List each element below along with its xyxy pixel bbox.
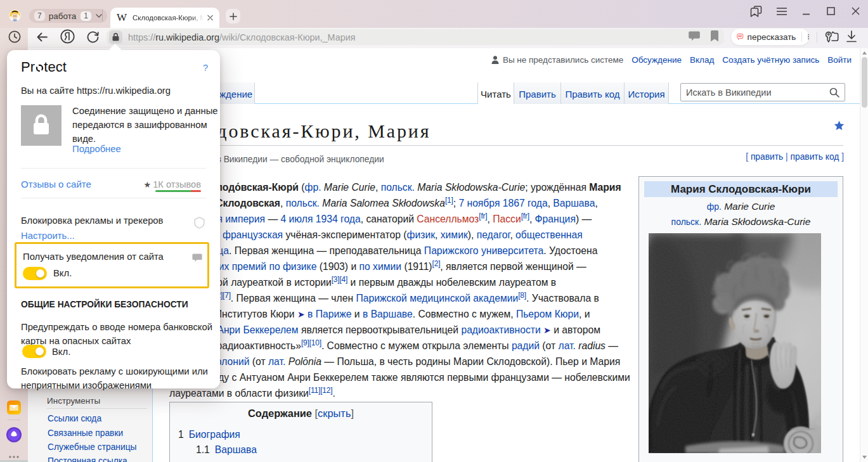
minimize-icon[interactable] [802, 7, 810, 15]
footnote-ref[interactable]: [fr] [521, 212, 529, 221]
footnote-ref[interactable]: [3][4] [332, 275, 347, 284]
page-comments-icon[interactable] [689, 31, 700, 41]
article-link[interactable]: Санселльмоз [417, 214, 479, 224]
sidebar-link-permanent[interactable]: Постоянная ссылка [48, 456, 127, 462]
security-lock-chip[interactable] [109, 30, 122, 44]
watch-star-icon[interactable] [834, 120, 845, 131]
article-link[interactable]: 7 ноября 1867 года [458, 198, 547, 209]
article-link[interactable]: физик [407, 229, 436, 240]
portrait-photo[interactable] [649, 233, 821, 456]
close-icon[interactable] [852, 7, 860, 15]
article-link[interactable]: радиоактивности [461, 324, 540, 335]
scroll-down-icon[interactable] [862, 456, 867, 459]
bookmark-flag-icon[interactable] [710, 30, 719, 42]
shield-icon [194, 217, 205, 229]
profile-avatar[interactable] [9, 10, 21, 22]
edit-link[interactable]: править [751, 152, 783, 162]
footnote-ref[interactable]: [1] [445, 196, 453, 205]
protect-help-link[interactable]: ? [203, 63, 208, 73]
personal-link-create-account[interactable]: Создать учётную запись [722, 55, 819, 65]
article-link[interactable]: польск. [381, 182, 415, 193]
toc-item-1-1[interactable]: 1.1Варшава [196, 444, 257, 456]
article-link[interactable]: педагог [477, 229, 510, 240]
article-link[interactable]: радий [512, 340, 540, 351]
back-icon[interactable] [36, 30, 49, 44]
scroll-up-icon[interactable] [862, 51, 867, 55]
side-panel-icon[interactable] [750, 6, 762, 17]
intro-line-12: «луч») и полоний (от лат. Polōnia — Поль… [169, 354, 620, 369]
history-clock-icon[interactable] [8, 30, 21, 43]
personal-link-talk[interactable]: Обсуждение [632, 55, 682, 65]
edit-bracket-open: [ [746, 152, 751, 162]
card-warning-toggle[interactable] [22, 345, 46, 358]
footnote-ref[interactable]: [9][10] [301, 338, 321, 347]
toc-number: 1 [178, 429, 184, 440]
article-link[interactable]: в Варшаве [363, 309, 413, 319]
article-link[interactable]: химик [441, 229, 468, 240]
notifications-toggle[interactable] [23, 267, 47, 280]
yandex-start-icon[interactable] [60, 29, 75, 44]
article-link[interactable]: лат. [268, 356, 285, 367]
protect-more-link[interactable]: Подробнее [72, 144, 121, 154]
personal-bar: Вы не представились системе Обсуждение В… [491, 55, 852, 65]
wiki-search-box[interactable]: Искать в Википедии [680, 83, 845, 101]
scrollbar-thumb[interactable] [862, 57, 867, 108]
new-tab-button[interactable] [226, 9, 240, 23]
sidebar-link-related[interactable]: Связанные правки [48, 428, 123, 438]
sidebar-link-special[interactable]: Служебные страницы [48, 442, 136, 452]
footnote-ref[interactable]: [11][12] [309, 386, 333, 395]
tab-group-chip[interactable]: 7 работа 1 [29, 9, 107, 23]
article-link[interactable]: польск. [286, 198, 320, 209]
search-icon[interactable] [829, 87, 839, 98]
footnote-ref[interactable]: [fr] [479, 212, 487, 221]
menu-icon[interactable] [777, 8, 787, 15]
article-link[interactable]: 4 июля 1934 года [281, 214, 361, 224]
retell-button[interactable]: пересказать [730, 28, 810, 46]
lang-label-pl[interactable]: польск. [671, 217, 702, 227]
tab-edit[interactable]: Править [514, 82, 561, 104]
article-link[interactable]: лат. [559, 340, 576, 351]
article-link[interactable]: Пьером Кюри [516, 309, 579, 319]
footnote-ref[interactable]: [8] [518, 291, 526, 300]
tab-history[interactable]: История [625, 82, 669, 104]
toc-link-warsaw[interactable]: Варшава [215, 444, 257, 455]
downloads-icon[interactable] [846, 30, 857, 42]
tab-read[interactable]: Читать [477, 82, 514, 104]
alice-assistant-icon[interactable] [6, 427, 22, 442]
rail-more-icon[interactable] [8, 450, 20, 454]
tab-edit-source[interactable]: Править код [561, 82, 625, 104]
article-link[interactable]: Пасси [493, 214, 521, 224]
toc-hide-link[interactable]: скрыть [318, 407, 351, 419]
page-scrollbar[interactable] [860, 48, 868, 462]
article-link[interactable]: Франция [535, 214, 576, 224]
article-link[interactable]: в Париже [308, 309, 351, 319]
active-tab[interactable]: W Склодовская-Кюри, Ма [110, 8, 219, 28]
article-link[interactable]: фр. [305, 182, 321, 193]
yandex-mail-icon[interactable] [7, 401, 21, 414]
table-of-contents: Содержание [скрыть] 1Биография 1.1Варшав… [169, 402, 432, 462]
site-reviews-link[interactable]: Отзывы о сайте [21, 179, 91, 189]
personal-link-login[interactable]: Войти [827, 55, 852, 65]
toc-item-1[interactable]: 1Биография [178, 429, 240, 440]
tab-close-icon[interactable] [207, 15, 213, 21]
footnote-ref[interactable]: [2] [432, 259, 441, 268]
article-link[interactable]: общественная [515, 229, 583, 240]
article-text: (от [540, 340, 559, 351]
article-link[interactable]: французская [223, 229, 283, 240]
maximize-icon[interactable] [827, 7, 835, 15]
article-link[interactable]: Парижского университета [424, 245, 543, 256]
sidebar-link-whatlinkshere[interactable]: Ссылки сюда [48, 414, 101, 423]
article-link[interactable]: Парижской медицинской академии [356, 293, 518, 304]
intro-line-13: Кюри наряду с Антуаном Анри Беккерелем т… [169, 369, 630, 385]
lang-label-fr[interactable]: фр. [707, 202, 722, 212]
edit-source-link[interactable]: править код [791, 152, 839, 162]
passwords-key-icon[interactable] [824, 30, 839, 44]
toc-link-biography[interactable]: Биография [189, 429, 240, 440]
article-link[interactable]: Варшава [553, 198, 595, 209]
reload-icon[interactable] [86, 30, 100, 43]
article-link[interactable]: по химии [360, 261, 402, 272]
adblock-configure-link[interactable]: Настроить... [21, 231, 75, 241]
personal-link-contribs[interactable]: Вклад [690, 55, 714, 65]
retell-menu-icon[interactable] [808, 32, 809, 42]
url-text[interactable]: https://ru.wikipedia.org/wiki/Склодовска… [128, 31, 356, 44]
